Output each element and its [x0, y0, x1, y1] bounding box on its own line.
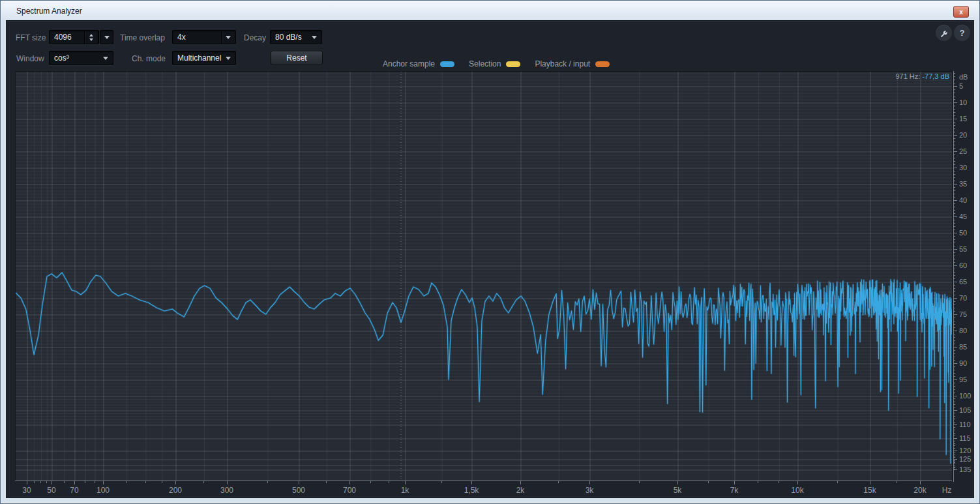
y-minor-tick	[953, 340, 955, 341]
ch-mode-select[interactable]: Multichannel	[172, 51, 236, 65]
x-minor-tick	[758, 481, 758, 483]
y-tick-label: 30	[959, 164, 967, 171]
x-tick-label: 500	[292, 486, 305, 495]
y-minor-tick	[953, 230, 955, 230]
y-minor-tick	[953, 386, 955, 387]
chevron-down-icon	[226, 36, 231, 39]
y-tick-label: 70	[959, 294, 967, 302]
y-tick-label: 35	[959, 180, 967, 188]
x-axis-unit: Hz	[942, 486, 952, 495]
y-minor-tick	[953, 430, 955, 430]
x-tick-label: 1,5k	[464, 486, 479, 495]
x-minor-tick	[64, 481, 65, 483]
fft-size-label: FFT size	[16, 33, 46, 42]
y-major-tick	[953, 347, 957, 348]
y-minor-tick	[953, 408, 955, 408]
legend-label-anchor-sample: Anchor sample	[383, 59, 435, 68]
close-button[interactable]: x	[953, 6, 969, 18]
y-major-tick	[953, 459, 957, 460]
legend-label-selection: Selection	[469, 59, 501, 68]
x-major-tick	[870, 481, 870, 484]
y-minor-tick	[953, 99, 955, 100]
settings-button[interactable]	[936, 25, 952, 41]
x-major-tick	[677, 481, 678, 484]
close-icon: x	[959, 8, 963, 16]
chevron-down-icon	[226, 57, 231, 60]
window-fn-select[interactable]: cos³	[49, 51, 113, 65]
y-minor-tick	[953, 252, 955, 253]
y-major-tick	[953, 451, 957, 451]
y-minor-tick	[953, 226, 955, 227]
x-minor-tick	[126, 481, 127, 483]
db-axis-line	[953, 71, 954, 482]
y-minor-tick	[953, 288, 955, 289]
y-minor-tick	[953, 416, 955, 417]
fft-size-spinner[interactable]: 4096	[49, 30, 99, 44]
fft-size-spin-buttons[interactable]	[84, 31, 98, 44]
reset-button[interactable]: Reset	[271, 51, 323, 65]
spectrum-plot[interactable]	[15, 71, 953, 481]
y-minor-tick	[953, 197, 955, 198]
y-minor-tick	[953, 141, 955, 142]
y-minor-tick	[953, 404, 955, 405]
y-major-tick	[953, 168, 957, 168]
y-minor-tick	[953, 187, 955, 188]
y-minor-tick	[953, 334, 955, 334]
fft-size-dropdown-button[interactable]	[100, 30, 113, 44]
fft-size-value: 4096	[50, 33, 84, 42]
y-minor-tick	[953, 291, 955, 292]
y-minor-tick	[953, 190, 955, 191]
y-major-tick	[953, 184, 957, 185]
y-major-tick	[953, 265, 957, 266]
help-button[interactable]: ?	[954, 25, 970, 41]
y-minor-tick	[953, 213, 955, 214]
help-icon: ?	[960, 28, 965, 38]
spin-up-icon[interactable]	[89, 34, 93, 37]
x-minor-tick	[162, 481, 162, 483]
y-minor-tick	[953, 76, 955, 77]
y-minor-tick	[953, 366, 955, 367]
x-minor-tick	[40, 481, 41, 483]
y-minor-tick	[953, 115, 955, 116]
y-minor-tick	[953, 80, 955, 80]
y-minor-tick	[953, 239, 955, 240]
y-minor-tick	[953, 301, 955, 302]
db-axis-unit: dB	[959, 73, 968, 81]
time-overlap-select[interactable]: 4x	[172, 30, 236, 44]
y-major-tick	[953, 200, 957, 201]
y-minor-tick	[953, 262, 955, 263]
y-tick-label: 60	[959, 261, 967, 269]
y-major-tick	[953, 410, 957, 411]
anchor-sample-swatch	[440, 61, 454, 67]
x-major-tick	[520, 481, 521, 484]
y-tick-label: 120	[959, 447, 971, 454]
y-minor-tick	[953, 122, 955, 123]
x-minor-tick	[708, 481, 709, 483]
x-tick-label: 50	[47, 486, 55, 495]
window-fn-value: cos³	[50, 53, 103, 63]
x-tick-label: 30	[22, 486, 31, 495]
x-major-tick	[797, 481, 798, 484]
y-minor-tick	[953, 452, 955, 453]
x-major-tick	[103, 481, 104, 484]
y-minor-tick	[953, 285, 955, 286]
y-major-tick	[953, 469, 957, 470]
x-minor-tick	[558, 481, 559, 483]
x-minor-tick	[389, 481, 389, 483]
chevron-down-icon	[104, 36, 110, 39]
y-tick-label: 105	[959, 406, 971, 414]
x-minor-tick	[145, 481, 146, 483]
wrench-icon	[939, 28, 949, 38]
y-major-tick	[953, 119, 957, 119]
y-tick-label: 40	[959, 196, 967, 204]
y-minor-tick	[953, 73, 955, 74]
titlebar[interactable]: Spectrum Analyzer x	[1, 1, 979, 20]
spin-down-icon[interactable]	[89, 38, 93, 41]
y-minor-tick	[953, 433, 955, 434]
y-minor-tick	[953, 106, 955, 106]
y-major-tick	[953, 438, 957, 439]
decay-select[interactable]: 80 dB/s	[270, 30, 322, 44]
x-major-tick	[589, 481, 590, 484]
y-minor-tick	[953, 164, 955, 165]
y-major-tick	[953, 135, 957, 136]
